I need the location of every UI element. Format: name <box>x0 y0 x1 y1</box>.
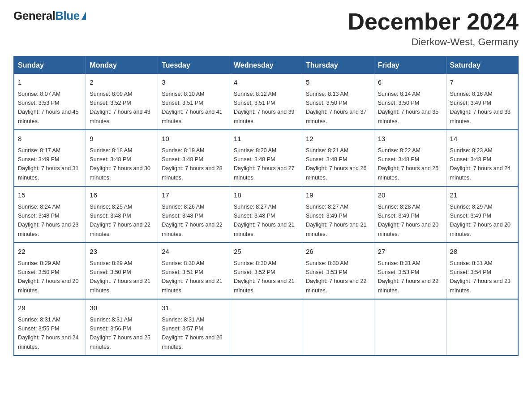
page-header: General Blue December 2024 Dierkow-West,… <box>13 9 519 48</box>
calendar-header-thursday: Thursday <box>302 56 374 74</box>
logo-triangle-icon <box>82 12 86 20</box>
calendar-header-sunday: Sunday <box>14 56 86 74</box>
calendar-day-cell: 3 Sunrise: 8:10 AMSunset: 3:51 PMDayligh… <box>158 74 230 130</box>
day-info: Sunrise: 8:30 AMSunset: 3:52 PMDaylight:… <box>234 260 295 294</box>
location-subtitle: Dierkow-West, Germany <box>348 36 519 48</box>
day-number: 25 <box>234 247 298 257</box>
day-info: Sunrise: 8:21 AMSunset: 3:48 PMDaylight:… <box>306 147 367 181</box>
day-number: 22 <box>18 247 82 257</box>
month-title: December 2024 <box>348 9 519 34</box>
day-info: Sunrise: 8:20 AMSunset: 3:48 PMDaylight:… <box>234 147 295 181</box>
calendar-day-cell: 21 Sunrise: 8:29 AMSunset: 3:49 PMDaylig… <box>446 186 518 243</box>
day-info: Sunrise: 8:28 AMSunset: 3:49 PMDaylight:… <box>378 204 439 237</box>
day-number: 19 <box>306 190 370 201</box>
day-info: Sunrise: 8:30 AMSunset: 3:51 PMDaylight:… <box>162 260 223 294</box>
day-number: 11 <box>234 134 298 144</box>
day-number: 9 <box>90 134 154 144</box>
day-info: Sunrise: 8:25 AMSunset: 3:48 PMDaylight:… <box>90 204 150 237</box>
logo-general-text: General <box>13 9 55 23</box>
calendar-day-cell: 1 Sunrise: 8:07 AMSunset: 3:53 PMDayligh… <box>14 74 86 130</box>
calendar-day-cell: 28 Sunrise: 8:31 AMSunset: 3:54 PMDaylig… <box>446 243 518 299</box>
day-info: Sunrise: 8:29 AMSunset: 3:50 PMDaylight:… <box>90 260 150 294</box>
calendar-day-cell: 23 Sunrise: 8:29 AMSunset: 3:50 PMDaylig… <box>86 243 158 299</box>
logo-blue-text: Blue <box>55 9 79 23</box>
day-number: 23 <box>90 247 154 257</box>
calendar-day-cell: 22 Sunrise: 8:29 AMSunset: 3:50 PMDaylig… <box>14 243 86 299</box>
day-info: Sunrise: 8:27 AMSunset: 3:49 PMDaylight:… <box>306 204 367 237</box>
day-number: 13 <box>378 134 442 144</box>
day-number: 24 <box>162 247 226 257</box>
calendar-day-cell: 2 Sunrise: 8:09 AMSunset: 3:52 PMDayligh… <box>86 74 158 130</box>
calendar-day-cell: 7 Sunrise: 8:16 AMSunset: 3:49 PMDayligh… <box>446 74 518 130</box>
calendar-day-cell: 6 Sunrise: 8:14 AMSunset: 3:50 PMDayligh… <box>374 74 446 130</box>
calendar-day-cell: 18 Sunrise: 8:27 AMSunset: 3:48 PMDaylig… <box>230 186 302 243</box>
calendar-header-wednesday: Wednesday <box>230 56 302 74</box>
day-info: Sunrise: 8:13 AMSunset: 3:50 PMDaylight:… <box>306 91 367 124</box>
day-info: Sunrise: 8:31 AMSunset: 3:55 PMDaylight:… <box>18 317 79 350</box>
calendar-day-cell: 24 Sunrise: 8:30 AMSunset: 3:51 PMDaylig… <box>158 243 230 299</box>
calendar-day-cell: 31 Sunrise: 8:31 AMSunset: 3:57 PMDaylig… <box>158 299 230 355</box>
day-info: Sunrise: 8:22 AMSunset: 3:48 PMDaylight:… <box>378 147 439 181</box>
calendar-header-saturday: Saturday <box>446 56 518 74</box>
day-number: 1 <box>18 77 82 88</box>
day-info: Sunrise: 8:29 AMSunset: 3:49 PMDaylight:… <box>450 204 511 237</box>
calendar-day-cell: 4 Sunrise: 8:12 AMSunset: 3:51 PMDayligh… <box>230 74 302 130</box>
day-info: Sunrise: 8:17 AMSunset: 3:49 PMDaylight:… <box>18 147 79 181</box>
day-info: Sunrise: 8:26 AMSunset: 3:48 PMDaylight:… <box>162 204 223 237</box>
day-number: 7 <box>450 77 514 88</box>
day-info: Sunrise: 8:24 AMSunset: 3:48 PMDaylight:… <box>18 204 79 237</box>
day-number: 21 <box>450 190 514 201</box>
calendar-header-tuesday: Tuesday <box>158 56 230 74</box>
calendar-day-cell: 12 Sunrise: 8:21 AMSunset: 3:48 PMDaylig… <box>302 130 374 186</box>
calendar-day-cell: 11 Sunrise: 8:20 AMSunset: 3:48 PMDaylig… <box>230 130 302 186</box>
day-number: 2 <box>90 77 154 88</box>
day-info: Sunrise: 8:31 AMSunset: 3:56 PMDaylight:… <box>90 317 150 350</box>
day-number: 31 <box>162 303 226 313</box>
day-info: Sunrise: 8:10 AMSunset: 3:51 PMDaylight:… <box>162 91 223 124</box>
day-number: 12 <box>306 134 370 144</box>
day-info: Sunrise: 8:09 AMSunset: 3:52 PMDaylight:… <box>90 91 150 124</box>
calendar-day-cell: 27 Sunrise: 8:31 AMSunset: 3:53 PMDaylig… <box>374 243 446 299</box>
calendar-day-cell: 5 Sunrise: 8:13 AMSunset: 3:50 PMDayligh… <box>302 74 374 130</box>
calendar-day-cell <box>374 299 446 355</box>
calendar-week-row: 1 Sunrise: 8:07 AMSunset: 3:53 PMDayligh… <box>14 74 518 130</box>
calendar-week-row: 29 Sunrise: 8:31 AMSunset: 3:55 PMDaylig… <box>14 299 518 355</box>
title-block: December 2024 Dierkow-West, Germany <box>348 9 519 48</box>
day-info: Sunrise: 8:07 AMSunset: 3:53 PMDaylight:… <box>18 91 79 124</box>
day-number: 20 <box>378 190 442 201</box>
day-info: Sunrise: 8:31 AMSunset: 3:54 PMDaylight:… <box>450 260 511 294</box>
calendar-day-cell: 9 Sunrise: 8:18 AMSunset: 3:48 PMDayligh… <box>86 130 158 186</box>
calendar-day-cell <box>230 299 302 355</box>
calendar-table: SundayMondayTuesdayWednesdayThursdayFrid… <box>13 56 519 356</box>
calendar-day-cell: 20 Sunrise: 8:28 AMSunset: 3:49 PMDaylig… <box>374 186 446 243</box>
day-info: Sunrise: 8:18 AMSunset: 3:48 PMDaylight:… <box>90 147 150 181</box>
day-number: 18 <box>234 190 298 201</box>
calendar-day-cell: 16 Sunrise: 8:25 AMSunset: 3:48 PMDaylig… <box>86 186 158 243</box>
calendar-header-row: SundayMondayTuesdayWednesdayThursdayFrid… <box>14 56 518 74</box>
day-number: 3 <box>162 77 226 88</box>
day-info: Sunrise: 8:23 AMSunset: 3:48 PMDaylight:… <box>450 147 511 181</box>
day-number: 5 <box>306 77 370 88</box>
day-number: 4 <box>234 77 298 88</box>
logo-blue-part: Blue <box>55 9 86 23</box>
calendar-week-row: 22 Sunrise: 8:29 AMSunset: 3:50 PMDaylig… <box>14 243 518 299</box>
calendar-day-cell: 13 Sunrise: 8:22 AMSunset: 3:48 PMDaylig… <box>374 130 446 186</box>
calendar-header-friday: Friday <box>374 56 446 74</box>
calendar-day-cell: 8 Sunrise: 8:17 AMSunset: 3:49 PMDayligh… <box>14 130 86 186</box>
day-number: 14 <box>450 134 514 144</box>
day-info: Sunrise: 8:19 AMSunset: 3:48 PMDaylight:… <box>162 147 223 181</box>
calendar-day-cell: 14 Sunrise: 8:23 AMSunset: 3:48 PMDaylig… <box>446 130 518 186</box>
day-number: 17 <box>162 190 226 201</box>
calendar-day-cell: 17 Sunrise: 8:26 AMSunset: 3:48 PMDaylig… <box>158 186 230 243</box>
calendar-day-cell: 15 Sunrise: 8:24 AMSunset: 3:48 PMDaylig… <box>14 186 86 243</box>
calendar-day-cell <box>446 299 518 355</box>
calendar-day-cell: 29 Sunrise: 8:31 AMSunset: 3:55 PMDaylig… <box>14 299 86 355</box>
day-info: Sunrise: 8:12 AMSunset: 3:51 PMDaylight:… <box>234 91 295 124</box>
day-info: Sunrise: 8:14 AMSunset: 3:50 PMDaylight:… <box>378 91 439 124</box>
day-info: Sunrise: 8:31 AMSunset: 3:57 PMDaylight:… <box>162 317 223 350</box>
calendar-week-row: 8 Sunrise: 8:17 AMSunset: 3:49 PMDayligh… <box>14 130 518 186</box>
day-number: 15 <box>18 190 82 201</box>
calendar-day-cell: 25 Sunrise: 8:30 AMSunset: 3:52 PMDaylig… <box>230 243 302 299</box>
day-number: 16 <box>90 190 154 201</box>
calendar-day-cell: 26 Sunrise: 8:30 AMSunset: 3:53 PMDaylig… <box>302 243 374 299</box>
